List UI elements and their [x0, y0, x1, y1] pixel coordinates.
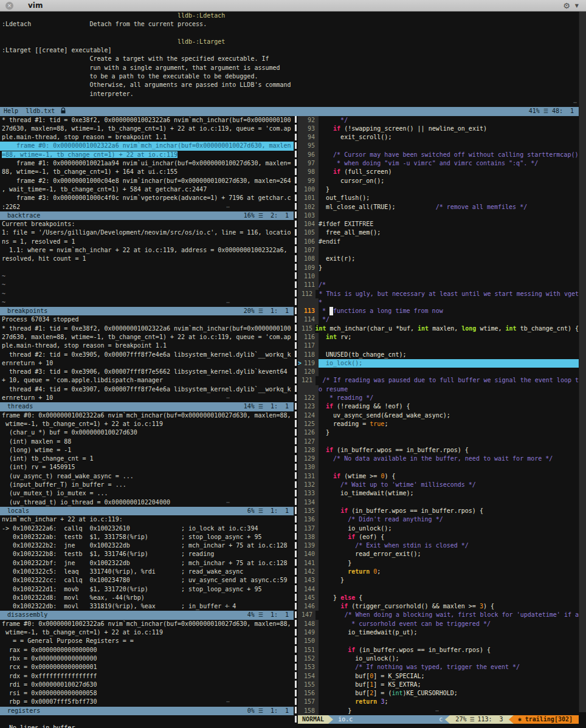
close-button[interactable]: ×: [5, 2, 13, 10]
line-number: 145: [303, 594, 315, 602]
statusline-locals[interactable]: locals6%☰ 1: 1: [0, 507, 294, 515]
text-line: -> 0x1002322a6: callq 0x100232610 ; io_l…: [0, 524, 294, 533]
line-number: 105: [303, 228, 315, 237]
statusline-threads[interactable]: threads14%☰ 1: 1: [0, 402, 294, 411]
code-window[interactable]: 92 */ 93 if (!swapping_screen() || newli…: [298, 116, 579, 715]
text-line: nvim`mch_inchar + 22 at io.c:119:: [0, 515, 294, 524]
pane-title: backtrace: [4, 211, 40, 220]
pane-status-right: 6%☰ 1: 1: [247, 507, 289, 515]
code-text: #ifdef EXITFREE: [319, 220, 579, 228]
text-line: ernreturn + 10: [0, 394, 294, 402]
sign-column: [298, 472, 303, 481]
code-line: 148 * cursorhold event can be triggered …: [298, 620, 579, 628]
line-number: 111: [303, 281, 315, 289]
line-number: 149: [303, 628, 315, 637]
code-text: [319, 498, 579, 507]
pane-breakpoints[interactable]: Current breakpoints:1: file = '/Users/gi…: [0, 220, 294, 307]
statusline-breakpoints[interactable]: breakpoints20%☰ 1: 1: [0, 307, 294, 315]
text-line: thread #3: tid = 0xe3906, 0x00007fff8f7e…: [0, 368, 294, 376]
help-line: to be a path to the executable to be deb…: [0, 72, 586, 81]
text-line: * thread #1: tid = 0xe38f2, 0x0000000100…: [0, 116, 294, 125]
line-number: 124: [303, 411, 315, 420]
code-text: /* If nothing was typed, trigger the eve…: [319, 663, 579, 671]
line-number: 146: [303, 602, 315, 611]
line-number: 107: [303, 246, 315, 255]
code-line: 128 if (in_buffer.wpos == in_buffer.rpos…: [298, 446, 579, 455]
line-number: 102: [303, 203, 315, 211]
text-line: frame #0: 0x00000001002322a6 nvim`mch_in…: [0, 620, 294, 628]
code-text: * reading */: [319, 394, 579, 402]
code-text: if (wtime >= 0) {: [319, 472, 579, 481]
code-text: if (!reading && !eof) {: [319, 402, 579, 411]
code-text: [319, 637, 579, 645]
sign-column: [298, 481, 303, 489]
lines-icon: ☰: [258, 211, 263, 220]
statusline-disassembly[interactable]: disassembly4%☰ 1: 1: [0, 611, 294, 619]
text-line: rdi = 0x000000010027d630: [0, 681, 294, 689]
pane-threads[interactable]: Process 67034 stopped* thread #1: tid = …: [0, 315, 294, 402]
text-line: 0x1002322d1: movb $1, 331720(%rip) ; sto…: [0, 585, 294, 594]
code-line: 95: [298, 142, 579, 150]
vertical-separator[interactable]: [295, 116, 297, 724]
sign-column: [298, 168, 303, 176]
code-line: 117: [298, 342, 579, 350]
text-line: rcx = 0x0000000000000001: [0, 663, 294, 671]
code-line: 104#ifdef EXITFREE: [298, 220, 579, 228]
sign-column: [298, 238, 303, 246]
code-text: if (eof) {: [319, 533, 579, 541]
help-line: lldb-:Ldetach: [0, 12, 586, 20]
sign-column: [298, 463, 303, 472]
text-line: frame #2: 0x00000001000c04e8 nvim`inchar…: [0, 177, 294, 185]
code-line: 113 * functions a long time from now: [298, 307, 579, 315]
help-line: [0, 29, 586, 38]
code-line: 152 io_unlock();: [298, 654, 579, 663]
sign-column: [298, 550, 303, 558]
line-number: 151: [303, 646, 315, 654]
code-line: 121 /* If reading was paused due to full…: [298, 376, 579, 385]
powerline-separator: [509, 715, 514, 724]
code-text: [319, 142, 579, 150]
help-window[interactable]: lldb-:Ldetach:Ldetach Detach from the cu…: [0, 12, 586, 107]
text-line: thread #2: tid = 0xe3905, 0x00007fff8f7e…: [0, 351, 294, 359]
line-number: 108: [303, 255, 315, 263]
code-line: *: [298, 298, 579, 307]
pane-backtrace[interactable]: * thread #1: tid = 0xe38f2, 0x0000000100…: [0, 116, 294, 211]
code-text: read_error_exit();: [319, 550, 579, 558]
line-number: 155: [303, 681, 315, 689]
code-text: buf[1] = KS_EXTRA;: [319, 681, 579, 689]
pane-locals[interactable]: frame #0: 0x00000001002322a6 nvim`mch_in…: [0, 411, 294, 507]
text-line: 1.1: where = nvim`mch_inchar + 22 at io.…: [0, 246, 294, 255]
help-buffer-label: Help lldb.txt: [4, 107, 66, 115]
code-text: [319, 246, 579, 255]
text-line: [0, 264, 294, 272]
statusline-registers[interactable]: registers0%☰ 1: 1: [0, 707, 294, 715]
pane-title: registers: [4, 707, 40, 715]
sign-column: [298, 420, 303, 428]
help-line: lldb-:Ltarget: [0, 38, 586, 46]
line-number: 150: [303, 637, 315, 645]
lines-icon: ☰: [258, 707, 263, 715]
line-number: 121: [302, 376, 312, 385]
text-line: 1: file = '/Users/gilligan/Development/n…: [0, 228, 294, 237]
sign-column: [298, 116, 303, 125]
sign-column: [298, 654, 303, 663]
sign-column: [298, 281, 303, 289]
dropdown-caret-icon[interactable]: ▼: [575, 3, 579, 9]
statusline-backtrace[interactable]: backtrace16%☰ 2: 1: [0, 211, 294, 220]
code-text: #endif: [319, 238, 579, 246]
code-text: UNUSED(tb_change_cnt);: [319, 351, 579, 359]
overflow-dots-icon: ⋯: [226, 698, 230, 706]
pane-registers[interactable]: frame #0: 0x00000001002322a6 nvim`mch_in…: [0, 620, 294, 707]
statusline-code[interactable]: NORMAL io.cc 27%☰113: 3 ✱ trailing[302]: [298, 715, 579, 724]
sign-column: [298, 672, 303, 681]
text-line: (uv_mutex_t) io_mutex = ...: [0, 489, 294, 498]
code-line: 111/*: [298, 281, 579, 289]
gear-icon[interactable]: ⚙: [563, 1, 570, 10]
text-line: 27d630, maxlen=88, wtime=-1, tb_change_c…: [0, 333, 294, 342]
sign-column: [298, 507, 303, 515]
sign-column: [298, 594, 303, 602]
pane-disassembly[interactable]: nvim`mch_inchar + 22 at io.c:119:-> 0x10…: [0, 515, 294, 611]
window-title: vim: [28, 1, 43, 10]
sign-column: [298, 211, 303, 220]
statusline-help[interactable]: Help lldb.txt 41%☰48: 1: [0, 107, 579, 115]
